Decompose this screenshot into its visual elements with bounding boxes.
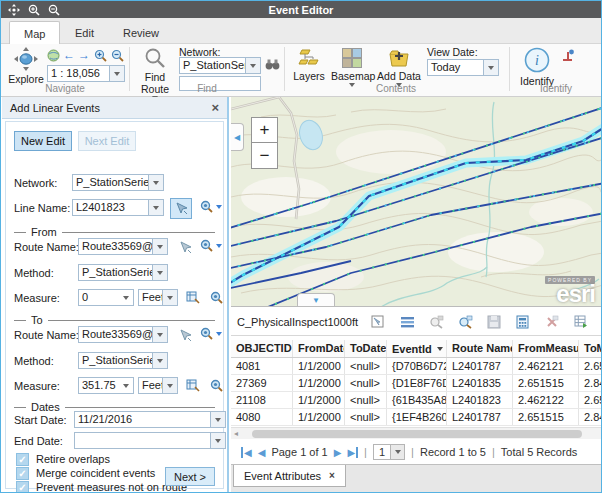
table-row[interactable]: 21108 1/1/2000 <null> {61B435A8-3 L24018…: [231, 392, 602, 409]
panel-close-icon[interactable]: ×: [211, 100, 219, 115]
line-name-dropdown[interactable]: [148, 200, 163, 215]
table-row[interactable]: 4080 1/1/2000 <null> {1EF4B260-F0 L24017…: [231, 409, 602, 426]
binoculars-icon[interactable]: [265, 58, 280, 71]
previous-page-button[interactable]: ◀: [258, 447, 266, 458]
merge-coincident-option[interactable]: ✓ Merge coincident events: [16, 466, 155, 480]
select-from-route-button[interactable]: [174, 237, 196, 258]
table-row[interactable]: 27369 1/1/2000 <null> {D1E8F76D-F L24018…: [231, 375, 602, 392]
view-date-dropdown[interactable]: [483, 60, 498, 75]
tab-review[interactable]: Review: [109, 22, 173, 44]
selection-options-icon[interactable]: [371, 315, 387, 329]
table-row[interactable]: 4081 1/1/2000 <null> {D70B6D72-3 L240178…: [231, 358, 602, 375]
to-method-dropdown[interactable]: [152, 353, 167, 368]
zoom-options-caret[interactable]: [216, 332, 222, 336]
map-zoom-out-button[interactable]: −: [251, 143, 278, 169]
retire-overlaps-option[interactable]: ✓ Retire overlaps: [16, 452, 110, 466]
basemap-button[interactable]: Basemap: [331, 48, 373, 87]
checkbox-checked-icon[interactable]: ✓: [16, 467, 29, 480]
from-measure-combo[interactable]: 0: [78, 289, 134, 306]
from-route-name-combo[interactable]: Route33569@Cent: [78, 238, 168, 255]
page-number-dropdown[interactable]: [390, 445, 404, 459]
zoom-to-to-route-button[interactable]: [200, 327, 222, 340]
view-date-combo[interactable]: Today: [427, 59, 499, 76]
collapse-table-button[interactable]: ▼: [297, 293, 335, 306]
previous-extent-icon[interactable]: ←: [63, 48, 75, 62]
start-date-dropdown[interactable]: [210, 412, 225, 427]
zoom-to-line-button[interactable]: [200, 200, 222, 213]
last-page-button[interactable]: ▶: [347, 447, 358, 458]
zoom-to-from-route-button[interactable]: [200, 239, 222, 252]
zoom-to-to-measure-icon[interactable]: [210, 379, 223, 392]
ribbon-zoom-out-icon[interactable]: [111, 49, 124, 62]
column-header[interactable]: OBJECTID: [231, 340, 293, 357]
line-name-combo[interactable]: L2401823: [72, 199, 164, 216]
horizontal-scrollbar[interactable]: ◂: [231, 427, 602, 439]
tab-event-attributes[interactable]: Event Attributes ×: [233, 465, 346, 487]
from-method-combo[interactable]: P_StationSeries: [78, 264, 168, 281]
identify-button[interactable]: i Identify: [517, 47, 557, 87]
pick-measure-icon[interactable]: [186, 291, 200, 304]
add-table-icon[interactable]: [574, 315, 590, 329]
next-page-button[interactable]: ▶: [334, 447, 342, 458]
collapse-panel-left-button[interactable]: ◀: [231, 123, 244, 151]
tab-close-icon[interactable]: ×: [329, 470, 335, 481]
to-measure-dropdown[interactable]: [118, 378, 133, 393]
end-date-combo[interactable]: [74, 432, 226, 449]
map-scale-dropdown[interactable]: [109, 66, 124, 81]
add-data-button[interactable]: Add Data: [377, 48, 421, 87]
identify-route-icon[interactable]: [561, 49, 575, 63]
from-measure-dropdown[interactable]: [118, 290, 133, 305]
checkbox-checked-icon[interactable]: ✓: [16, 453, 29, 466]
tab-map[interactable]: Map: [9, 21, 60, 45]
pick-measure-icon[interactable]: [186, 379, 200, 392]
start-date-combo[interactable]: 11/21/2016: [74, 411, 226, 428]
map-view[interactable]: + − ◀ ▼ POWERED BY esri: [231, 97, 602, 307]
next-button[interactable]: Next >: [165, 467, 215, 486]
column-header[interactable]: FromDate: [293, 340, 345, 357]
full-extent-icon[interactable]: [47, 49, 60, 62]
show-records-icon[interactable]: [400, 315, 416, 329]
select-to-route-button[interactable]: [174, 325, 196, 346]
to-route-name-dropdown[interactable]: [152, 327, 167, 342]
tab-edit[interactable]: Edit: [61, 22, 108, 44]
to-unit-combo[interactable]: Feet: [138, 377, 178, 394]
panel-network-dropdown[interactable]: [148, 175, 163, 190]
network-combo[interactable]: P_StationSeries: [179, 57, 261, 74]
page-number-combo[interactable]: 1: [373, 444, 405, 460]
end-date-dropdown[interactable]: [210, 433, 225, 448]
calculator-icon[interactable]: [516, 315, 532, 329]
explore-button[interactable]: Explore: [7, 47, 45, 85]
column-header[interactable]: ToDate: [345, 340, 387, 357]
from-unit-dropdown[interactable]: [162, 290, 177, 305]
to-route-name-value: Route33569@Cent: [79, 327, 152, 342]
next-extent-icon[interactable]: →: [78, 48, 90, 62]
layers-button[interactable]: Layers: [291, 48, 327, 82]
select-line-on-map-button[interactable]: [170, 198, 192, 219]
prevent-measures-option[interactable]: ✓ Prevent measures not on route: [16, 480, 187, 493]
zoom-to-selected-icon[interactable]: [458, 315, 474, 329]
map-scale-combo[interactable]: 1 : 18,056: [47, 65, 125, 82]
first-page-button[interactable]: ◀: [241, 447, 252, 458]
ribbon-zoom-in-icon[interactable]: [94, 49, 107, 62]
to-measure-combo[interactable]: 351.75: [78, 377, 134, 394]
zoom-options-caret[interactable]: [216, 244, 222, 248]
zoom-to-from-measure-icon[interactable]: [210, 291, 223, 304]
column-header[interactable]: ToMea: [579, 340, 602, 357]
from-route-name-dropdown[interactable]: [152, 239, 167, 254]
to-unit-dropdown[interactable]: [162, 378, 177, 393]
from-method-dropdown[interactable]: [152, 265, 167, 280]
from-unit-combo[interactable]: Feet: [138, 289, 178, 306]
network-dropdown[interactable]: [245, 58, 260, 73]
scroll-left-icon[interactable]: ◂: [234, 429, 238, 438]
column-header-sorted[interactable]: EventId: [387, 340, 447, 357]
to-method-combo[interactable]: P_StationSeries: [78, 352, 168, 369]
to-route-name-combo[interactable]: Route33569@Cent: [78, 326, 168, 343]
scrollbar-thumb[interactable]: [252, 430, 582, 438]
new-edit-button[interactable]: New Edit: [14, 131, 72, 151]
map-zoom-in-button[interactable]: +: [251, 117, 278, 143]
checkbox-checked-icon[interactable]: ✓: [16, 481, 29, 493]
column-header[interactable]: Route Name: [447, 340, 513, 357]
zoom-options-caret[interactable]: [216, 205, 222, 209]
column-header[interactable]: FromMeasure: [513, 340, 579, 357]
panel-network-combo[interactable]: P_StationSeries: [72, 174, 164, 191]
